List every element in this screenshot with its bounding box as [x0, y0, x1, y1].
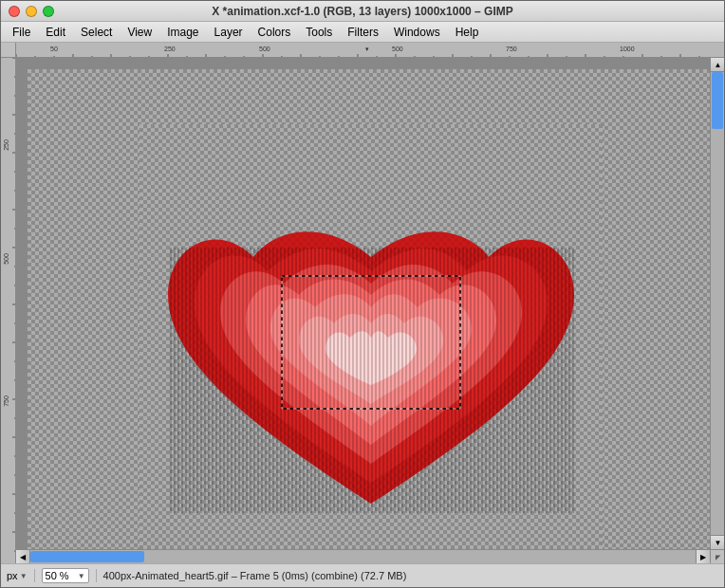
minimize-button[interactable]: [26, 6, 37, 17]
scroll-thumb-horizontal[interactable]: [30, 551, 144, 562]
scroll-track-vertical[interactable]: [711, 72, 724, 535]
svg-text:500: 500: [259, 46, 270, 52]
titlebar: X *animation.xcf-1.0 (RGB, 13 layers) 10…: [1, 1, 724, 22]
image-canvas: [139, 124, 603, 549]
svg-text:500: 500: [3, 253, 9, 265]
scroll-up-button[interactable]: ▲: [711, 58, 724, 72]
menu-help[interactable]: Help: [448, 24, 487, 41]
menu-layer[interactable]: Layer: [207, 24, 251, 41]
scroll-corner-expand[interactable]: ◤: [710, 550, 724, 563]
scroll-down-button[interactable]: ▼: [711, 535, 724, 549]
zoom-arrow-icon: ▼: [78, 572, 85, 580]
app-window: X *animation.xcf-1.0 (RGB, 13 layers) 10…: [0, 0, 725, 588]
unit-selector[interactable]: px ▼: [7, 570, 28, 581]
canvas-checkerboard: [28, 69, 710, 549]
vertical-scrollbar[interactable]: ▲ ▼: [710, 58, 724, 549]
menu-select[interactable]: Select: [73, 24, 120, 41]
svg-text:1000: 1000: [620, 46, 635, 52]
menubar: File Edit Select View Image Layer Colors…: [1, 22, 724, 43]
ruler-corner: [1, 43, 16, 58]
svg-rect-76: [168, 248, 574, 513]
status-separator-1: [34, 569, 35, 582]
menu-file[interactable]: File: [5, 24, 38, 41]
horizontal-scrollbar-container: ◀ ▶ ◤: [16, 549, 724, 563]
canvas-area: [16, 58, 710, 549]
statusbar: px ▼ 50 % ▼ 400px-Animated_heart5.gif – …: [1, 563, 724, 587]
svg-text:250: 250: [164, 46, 176, 52]
window-title: X *animation.xcf-1.0 (RGB, 13 layers) 10…: [212, 5, 512, 18]
menu-tools[interactable]: Tools: [298, 24, 340, 41]
scroll-track-horizontal[interactable]: [30, 550, 696, 563]
svg-text:500: 500: [392, 46, 403, 52]
menu-filters[interactable]: Filters: [340, 24, 386, 41]
window-controls: [9, 6, 54, 17]
menu-colors[interactable]: Colors: [251, 24, 299, 41]
scroll-right-button[interactable]: ▶: [696, 550, 710, 563]
close-button[interactable]: [9, 6, 20, 17]
svg-text:250: 250: [3, 139, 9, 151]
menu-windows[interactable]: Windows: [386, 24, 448, 41]
status-separator-2: [96, 569, 97, 582]
scroll-thumb-vertical[interactable]: [712, 72, 723, 129]
horizontal-ruler: 50 250 500 ▾ 500 750 1000: [16, 43, 724, 58]
svg-text:750: 750: [506, 46, 517, 52]
menu-image[interactable]: Image: [159, 24, 206, 41]
zoom-value: 50 %: [46, 570, 69, 581]
unit-value: px: [7, 570, 18, 581]
svg-text:750: 750: [3, 395, 9, 407]
canvas-svg: [139, 124, 603, 549]
vertical-ruler: 250 500 750: [1, 58, 15, 563]
unit-arrow-icon: ▼: [20, 572, 28, 580]
svg-text:50: 50: [50, 46, 58, 52]
scroll-left-button[interactable]: ◀: [16, 550, 30, 563]
status-info: 400px-Animated_heart5.gif – Frame 5 (0ms…: [103, 570, 407, 581]
maximize-button[interactable]: [43, 6, 54, 17]
svg-text:▾: ▾: [365, 46, 369, 52]
zoom-selector[interactable]: 50 % ▼: [42, 568, 89, 583]
menu-view[interactable]: View: [120, 24, 159, 41]
menu-edit[interactable]: Edit: [38, 24, 73, 41]
